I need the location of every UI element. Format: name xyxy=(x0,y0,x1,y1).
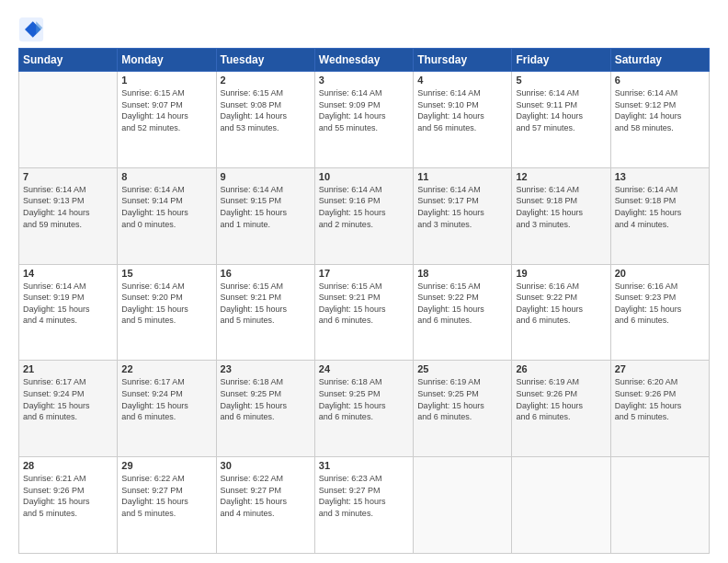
day-detail: Sunrise: 6:14 AM Sunset: 9:18 PM Dayligh… xyxy=(615,184,705,230)
day-detail: Sunrise: 6:15 AM Sunset: 9:22 PM Dayligh… xyxy=(417,281,507,327)
day-detail: Sunrise: 6:16 AM Sunset: 9:22 PM Dayligh… xyxy=(516,281,606,327)
weekday-header: Saturday xyxy=(610,49,709,72)
day-number: 4 xyxy=(417,75,507,86)
day-detail: Sunrise: 6:18 AM Sunset: 9:25 PM Dayligh… xyxy=(221,376,311,422)
day-detail: Sunrise: 6:15 AM Sunset: 9:21 PM Dayligh… xyxy=(319,281,409,327)
day-detail: Sunrise: 6:14 AM Sunset: 9:13 PM Dayligh… xyxy=(23,184,113,230)
weekday-header: Friday xyxy=(512,49,610,72)
weekday-header: Wednesday xyxy=(314,49,413,72)
day-detail: Sunrise: 6:18 AM Sunset: 9:25 PM Dayligh… xyxy=(319,376,409,422)
calendar-cell: 18Sunrise: 6:15 AM Sunset: 9:22 PM Dayli… xyxy=(414,264,512,361)
day-detail: Sunrise: 6:15 AM Sunset: 9:07 PM Dayligh… xyxy=(121,87,211,133)
day-number: 20 xyxy=(615,268,705,279)
day-number: 22 xyxy=(121,363,211,374)
day-detail: Sunrise: 6:15 AM Sunset: 9:08 PM Dayligh… xyxy=(221,87,311,133)
day-number: 11 xyxy=(417,171,507,182)
day-detail: Sunrise: 6:15 AM Sunset: 9:21 PM Dayligh… xyxy=(221,281,311,327)
day-detail: Sunrise: 6:20 AM Sunset: 9:26 PM Dayligh… xyxy=(615,376,705,422)
calendar-week-row: 7Sunrise: 6:14 AM Sunset: 9:13 PM Daylig… xyxy=(19,167,710,264)
day-number: 13 xyxy=(615,171,705,182)
calendar-cell xyxy=(512,457,610,554)
day-detail: Sunrise: 6:14 AM Sunset: 9:19 PM Dayligh… xyxy=(23,281,113,327)
day-detail: Sunrise: 6:22 AM Sunset: 9:27 PM Dayligh… xyxy=(221,473,311,519)
calendar-cell: 25Sunrise: 6:19 AM Sunset: 9:25 PM Dayli… xyxy=(414,361,512,457)
weekday-header: Thursday xyxy=(414,49,512,72)
day-detail: Sunrise: 6:14 AM Sunset: 9:18 PM Dayligh… xyxy=(516,184,606,230)
day-number: 1 xyxy=(121,75,211,86)
calendar-cell: 19Sunrise: 6:16 AM Sunset: 9:22 PM Dayli… xyxy=(512,264,610,361)
logo-icon xyxy=(18,17,44,42)
page: SundayMondayTuesdayWednesdayThursdayFrid… xyxy=(0,0,728,563)
calendar-table: SundayMondayTuesdayWednesdayThursdayFrid… xyxy=(18,48,710,554)
day-detail: Sunrise: 6:21 AM Sunset: 9:26 PM Dayligh… xyxy=(23,473,113,519)
day-detail: Sunrise: 6:14 AM Sunset: 9:12 PM Dayligh… xyxy=(615,87,705,133)
calendar-header-row: SundayMondayTuesdayWednesdayThursdayFrid… xyxy=(19,49,710,72)
calendar-cell: 4Sunrise: 6:14 AM Sunset: 9:10 PM Daylig… xyxy=(414,72,512,168)
day-number: 23 xyxy=(221,363,311,374)
day-detail: Sunrise: 6:19 AM Sunset: 9:25 PM Dayligh… xyxy=(417,376,507,422)
day-number: 31 xyxy=(319,460,409,471)
day-detail: Sunrise: 6:22 AM Sunset: 9:27 PM Dayligh… xyxy=(121,473,211,519)
day-number: 5 xyxy=(516,75,606,86)
calendar-week-row: 1Sunrise: 6:15 AM Sunset: 9:07 PM Daylig… xyxy=(19,72,710,168)
calendar-cell: 15Sunrise: 6:14 AM Sunset: 9:20 PM Dayli… xyxy=(118,264,216,361)
calendar-cell: 16Sunrise: 6:15 AM Sunset: 9:21 PM Dayli… xyxy=(216,264,314,361)
day-detail: Sunrise: 6:14 AM Sunset: 9:20 PM Dayligh… xyxy=(121,281,211,327)
calendar-cell: 8Sunrise: 6:14 AM Sunset: 9:14 PM Daylig… xyxy=(118,167,216,264)
calendar-cell: 23Sunrise: 6:18 AM Sunset: 9:25 PM Dayli… xyxy=(216,361,314,457)
day-number: 10 xyxy=(319,171,409,182)
calendar-cell: 11Sunrise: 6:14 AM Sunset: 9:17 PM Dayli… xyxy=(414,167,512,264)
calendar-cell: 22Sunrise: 6:17 AM Sunset: 9:24 PM Dayli… xyxy=(118,361,216,457)
calendar-cell xyxy=(610,457,709,554)
calendar-week-row: 21Sunrise: 6:17 AM Sunset: 9:24 PM Dayli… xyxy=(19,361,710,457)
calendar-cell: 2Sunrise: 6:15 AM Sunset: 9:08 PM Daylig… xyxy=(216,72,314,168)
calendar-cell: 3Sunrise: 6:14 AM Sunset: 9:09 PM Daylig… xyxy=(314,72,413,168)
calendar-cell: 27Sunrise: 6:20 AM Sunset: 9:26 PM Dayli… xyxy=(610,361,709,457)
calendar-cell: 5Sunrise: 6:14 AM Sunset: 9:11 PM Daylig… xyxy=(512,72,610,168)
calendar-cell xyxy=(19,72,118,168)
day-number: 27 xyxy=(615,363,705,374)
calendar-cell: 31Sunrise: 6:23 AM Sunset: 9:27 PM Dayli… xyxy=(314,457,413,554)
day-number: 28 xyxy=(23,460,113,471)
day-number: 17 xyxy=(319,268,409,279)
calendar-cell: 7Sunrise: 6:14 AM Sunset: 9:13 PM Daylig… xyxy=(19,167,118,264)
calendar-cell: 1Sunrise: 6:15 AM Sunset: 9:07 PM Daylig… xyxy=(118,72,216,168)
calendar-week-row: 28Sunrise: 6:21 AM Sunset: 9:26 PM Dayli… xyxy=(19,457,710,554)
day-detail: Sunrise: 6:14 AM Sunset: 9:10 PM Dayligh… xyxy=(417,87,507,133)
day-number: 18 xyxy=(417,268,507,279)
day-number: 19 xyxy=(516,268,606,279)
day-number: 14 xyxy=(23,268,113,279)
weekday-header: Sunday xyxy=(19,49,118,72)
calendar-cell: 17Sunrise: 6:15 AM Sunset: 9:21 PM Dayli… xyxy=(314,264,413,361)
day-number: 12 xyxy=(516,171,606,182)
day-number: 8 xyxy=(121,171,211,182)
day-number: 2 xyxy=(221,75,311,86)
day-detail: Sunrise: 6:23 AM Sunset: 9:27 PM Dayligh… xyxy=(319,473,409,519)
weekday-header: Monday xyxy=(118,49,216,72)
calendar-cell: 20Sunrise: 6:16 AM Sunset: 9:23 PM Dayli… xyxy=(610,264,709,361)
calendar-cell: 13Sunrise: 6:14 AM Sunset: 9:18 PM Dayli… xyxy=(610,167,709,264)
calendar-cell: 28Sunrise: 6:21 AM Sunset: 9:26 PM Dayli… xyxy=(19,457,118,554)
day-number: 26 xyxy=(516,363,606,374)
calendar-cell xyxy=(414,457,512,554)
day-detail: Sunrise: 6:14 AM Sunset: 9:14 PM Dayligh… xyxy=(121,184,211,230)
day-number: 24 xyxy=(319,363,409,374)
day-number: 16 xyxy=(221,268,311,279)
day-detail: Sunrise: 6:17 AM Sunset: 9:24 PM Dayligh… xyxy=(121,376,211,422)
calendar-cell: 30Sunrise: 6:22 AM Sunset: 9:27 PM Dayli… xyxy=(216,457,314,554)
day-detail: Sunrise: 6:14 AM Sunset: 9:16 PM Dayligh… xyxy=(319,184,409,230)
calendar-cell: 14Sunrise: 6:14 AM Sunset: 9:19 PM Dayli… xyxy=(19,264,118,361)
calendar-cell: 21Sunrise: 6:17 AM Sunset: 9:24 PM Dayli… xyxy=(19,361,118,457)
day-number: 29 xyxy=(121,460,211,471)
day-detail: Sunrise: 6:17 AM Sunset: 9:24 PM Dayligh… xyxy=(23,376,113,422)
day-number: 3 xyxy=(319,75,409,86)
calendar-cell: 29Sunrise: 6:22 AM Sunset: 9:27 PM Dayli… xyxy=(118,457,216,554)
logo xyxy=(18,17,48,42)
day-detail: Sunrise: 6:16 AM Sunset: 9:23 PM Dayligh… xyxy=(615,281,705,327)
day-number: 21 xyxy=(23,363,113,374)
day-number: 15 xyxy=(121,268,211,279)
day-number: 9 xyxy=(221,171,311,182)
day-number: 30 xyxy=(221,460,311,471)
day-detail: Sunrise: 6:14 AM Sunset: 9:09 PM Dayligh… xyxy=(319,87,409,133)
day-number: 25 xyxy=(417,363,507,374)
